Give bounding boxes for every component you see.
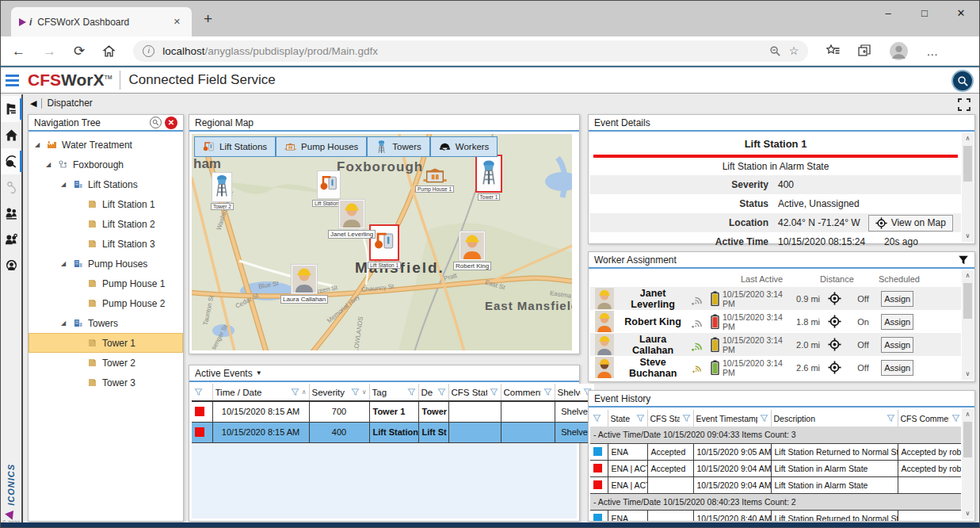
scroll-thumb[interactable] — [963, 422, 972, 457]
filter-icon[interactable] — [951, 414, 960, 423]
locate-target-icon[interactable] — [828, 361, 841, 374]
refresh-icon[interactable]: ⟳ — [74, 44, 85, 58]
rail-item-home[interactable] — [1, 122, 21, 148]
scroll-up-icon[interactable]: ∧ — [962, 270, 974, 281]
event-row-selected[interactable]: 10/15/2020 8:15 AM 400 Lift Station 1 Li… — [192, 422, 594, 442]
tree-item-pump-house-2[interactable]: Pump House 2 — [29, 293, 183, 313]
column-header-state[interactable]: State — [608, 410, 647, 427]
rail-item-dispatcher[interactable] — [1, 96, 21, 122]
caret-down-icon[interactable]: ▼ — [256, 369, 262, 377]
locate-target-icon[interactable] — [828, 315, 841, 328]
scroll-thumb[interactable] — [963, 283, 972, 319]
assign-button[interactable]: Assign — [881, 337, 913, 353]
column-header-tag[interactable]: Tag — [369, 384, 418, 401]
assign-button[interactable]: Assign — [881, 314, 913, 330]
rail-item-field-workers[interactable] — [1, 201, 21, 227]
filter-icon[interactable] — [490, 388, 498, 396]
tree-item-lift-station-2[interactable]: Lift Station 2 — [29, 214, 183, 234]
maximize-button[interactable]: □ — [906, 1, 943, 25]
filter-icon[interactable] — [958, 254, 969, 266]
browser-tab[interactable]: i CFSWorX Dashboard ✕ — [11, 7, 192, 36]
assign-button[interactable]: Assign — [881, 360, 913, 376]
column-header-description[interactable]: De — [418, 384, 448, 401]
map-marker-robert-king[interactable]: Robert King — [453, 231, 491, 270]
minimize-button[interactable]: – — [870, 1, 906, 25]
assign-button[interactable]: Assign — [881, 291, 913, 307]
rail-item-field-service[interactable] — [1, 148, 21, 174]
menu-icon[interactable] — [1, 75, 24, 86]
tree-item-tower-2[interactable]: Tower 2 — [29, 353, 183, 373]
column-header-time[interactable]: Time / Date∧ — [212, 384, 309, 401]
filter-icon[interactable] — [194, 388, 203, 396]
back-triangle-icon[interactable]: ◀ — [30, 98, 36, 109]
filter-icon[interactable] — [291, 388, 299, 396]
map-view[interactable]: Lift Stations Pump Houses Towers Workers… — [192, 134, 572, 350]
collections-icon[interactable] — [857, 44, 871, 58]
rail-item-worker-groups[interactable] — [1, 227, 21, 253]
legend-pump-houses-button[interactable]: Pump Houses — [276, 136, 367, 157]
favorite-add-icon[interactable]: ☆ — [789, 44, 799, 57]
scroll-down-icon[interactable]: ∨ — [962, 369, 974, 380]
worker-row-laura[interactable]: Laura Callahan 10/15/2020 3:14 PM 2.0 mi… — [590, 333, 961, 356]
scroll-down-icon[interactable]: ∨ — [962, 231, 974, 242]
group-header-row[interactable]: - Active Time/Date 10/15/2020 09:04:33 I… — [590, 427, 961, 443]
tree-item-lift-station-1[interactable]: Lift Station 1 — [29, 194, 183, 214]
event-row[interactable]: 10/15/2020 8:15 AM 700 Tower 1 Tower She… — [192, 401, 594, 422]
view-on-map-button[interactable]: View on Map — [868, 215, 953, 231]
filter-icon[interactable] — [543, 388, 552, 396]
column-header-cfs-state[interactable]: CFS State — [448, 384, 501, 401]
rail-item-disabled-tool[interactable] — [1, 174, 21, 201]
expander-icon[interactable]: ◢ — [61, 319, 68, 327]
map-marker-pump-house-1[interactable]: Pump House 1 — [415, 166, 454, 193]
column-header-state[interactable] — [192, 384, 212, 401]
column-header-cfs-state[interactable]: CFS State — [647, 410, 693, 427]
worker-row-robert[interactable]: Robert King 10/15/2020 3:14 PM 1.8 mi On… — [590, 310, 961, 333]
tab-close-icon[interactable]: ✕ — [170, 15, 184, 29]
column-header-cfs-comment[interactable]: CFS Comment — [898, 410, 961, 427]
scroll-down-icon[interactable]: ∨ — [962, 508, 974, 519]
locate-target-icon[interactable] — [828, 292, 841, 305]
expander-icon[interactable]: ◢ — [61, 260, 68, 267]
filter-icon[interactable] — [407, 388, 416, 396]
history-row[interactable]: ENA | ACT 10/15/2020 9:04 AM Lift Statio… — [590, 476, 961, 493]
filter-icon[interactable] — [437, 388, 446, 396]
global-search-button[interactable] — [951, 70, 974, 92]
expander-icon[interactable]: ◢ — [35, 141, 42, 148]
profile-avatar-icon[interactable] — [889, 41, 909, 61]
legend-towers-button[interactable]: Towers — [367, 136, 429, 157]
sort-asc-icon[interactable]: ∧ — [302, 388, 307, 396]
filter-icon[interactable] — [636, 414, 645, 423]
scrollbar[interactable]: ∧∨ — [962, 133, 974, 242]
map-marker-tower-2[interactable]: Tower 2 — [211, 172, 234, 210]
history-row[interactable]: ENA 10/15/2020 8:40 AM Lift Station Retu… — [590, 510, 961, 521]
address-bar[interactable]: i localhost/anyglass/pubdisplay/prod/Mai… — [133, 40, 808, 62]
fullscreen-icon[interactable] — [958, 98, 970, 111]
sort-desc-icon[interactable]: ∨ — [362, 388, 367, 396]
tree-item-lift-stations[interactable]: ◢Lift Stations — [29, 174, 183, 194]
filter-icon[interactable] — [593, 414, 601, 423]
tree-item-tower-1[interactable]: Tower 1 — [29, 333, 183, 353]
scroll-up-icon[interactable]: ∧ — [962, 133, 974, 144]
worker-row-steve[interactable]: Steve Buchanan 10/15/2020 3:14 PM 2.6 mi… — [590, 356, 961, 379]
locate-target-icon[interactable] — [828, 338, 841, 351]
worker-row-janet[interactable]: Janet Leverling 10/15/2020 3:14 PM 0.9 m… — [590, 287, 961, 310]
tree-item-pump-houses[interactable]: ◢Pump Houses — [29, 254, 183, 274]
filter-icon[interactable] — [682, 414, 691, 423]
new-tab-button[interactable]: + — [204, 10, 212, 28]
column-header-description[interactable]: Description — [771, 410, 898, 427]
filter-icon[interactable] — [887, 414, 895, 423]
tree-item-water-treatment[interactable]: ◢Water Treatment — [29, 135, 183, 155]
tree-close-button[interactable]: ✕ — [165, 117, 177, 129]
map-marker-laura-callahan[interactable]: Laura Callahan — [280, 264, 328, 304]
tree-search-button[interactable] — [150, 117, 162, 128]
forward-icon[interactable]: → — [43, 44, 56, 58]
expander-icon[interactable]: ◢ — [61, 181, 68, 188]
zoom-out-icon[interactable] — [769, 45, 781, 57]
history-row[interactable]: ENA Accepted 10/15/2020 9:05 AM Lift Sta… — [590, 443, 961, 460]
favorites-hub-icon[interactable] — [826, 44, 840, 58]
column-header-severity[interactable]: Severity∨ — [309, 384, 369, 401]
scroll-thumb[interactable] — [963, 146, 972, 182]
tree-item-pump-house-1[interactable]: Pump House 1 — [29, 274, 183, 293]
site-info-icon[interactable]: i — [143, 45, 154, 57]
map-marker-tower-1[interactable]: Tower 1 — [475, 155, 502, 201]
